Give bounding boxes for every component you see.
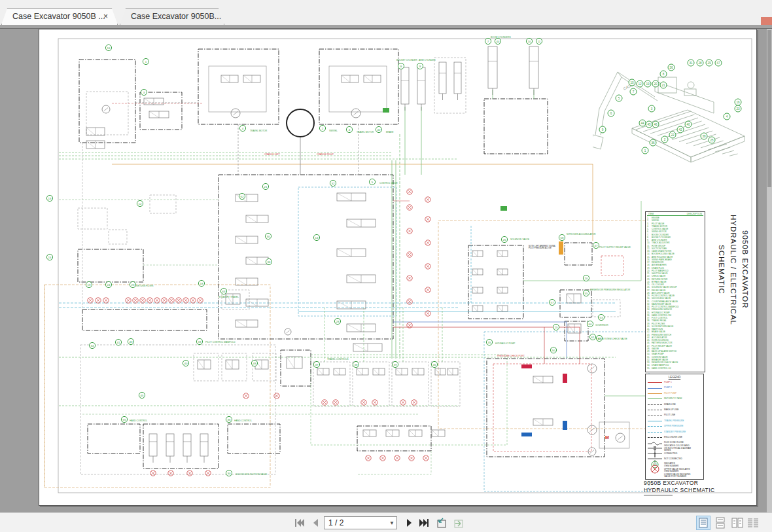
open-in-new-tab-button[interactable] xyxy=(434,516,447,529)
svg-text:25: 25 xyxy=(710,139,714,142)
svg-text:23: 23 xyxy=(132,283,135,287)
svg-text:ORANGE LEFT: ORANGE LEFT xyxy=(264,153,280,156)
scrollbar-thumb[interactable] xyxy=(767,30,771,187)
svg-text:47: 47 xyxy=(716,62,720,65)
vertical-sheet-title: 9050B EXCAVATOR HYDRAULIC / ELECTRICAL S… xyxy=(712,207,751,332)
sheet-title-block: 9050B EXCAVATOR HYDRAULIC SCHEMATIC xyxy=(644,480,715,496)
svg-text:PRESSURE CHECK PORT: PRESSURE CHECK PORT xyxy=(497,355,525,357)
svg-text:63: 63 xyxy=(222,290,226,293)
svg-text:PILOT SUPPLY RELIEF VALVE: PILOT SUPPLY RELIEF VALVE xyxy=(599,246,631,249)
svg-text:TRAVEL MOTOR: TRAVEL MOTOR xyxy=(357,131,374,133)
svg-text:44: 44 xyxy=(497,40,500,43)
svg-text:58: 58 xyxy=(561,236,564,239)
document-canvas[interactable]: 1163131512424428974410115216232143036632… xyxy=(0,29,772,512)
svg-text:45: 45 xyxy=(141,394,144,397)
svg-text:53: 53 xyxy=(600,316,603,319)
svg-text:19: 19 xyxy=(88,283,91,287)
svg-text:61: 61 xyxy=(591,336,595,339)
svg-text:42: 42 xyxy=(377,128,381,132)
last-page-button[interactable] xyxy=(417,516,430,529)
svg-text:49: 49 xyxy=(253,362,256,365)
svg-text:28: 28 xyxy=(698,62,702,65)
view-mode-facing-button[interactable] xyxy=(730,516,745,530)
page-dropdown-arrow[interactable]: ▼ xyxy=(387,520,396,526)
svg-text:M: M xyxy=(605,435,609,440)
excavator-isometric-illustration: CASE 31282947268101219202156734445461362… xyxy=(593,51,750,172)
svg-text:12: 12 xyxy=(638,82,642,86)
legend-entry: TRAVEL PRESSURE xyxy=(648,418,701,423)
svg-text:9: 9 xyxy=(602,128,604,132)
tab-close-icon[interactable]: × xyxy=(103,12,108,21)
legend-entry: UPPER PRESSURE xyxy=(648,424,701,429)
svg-text:10: 10 xyxy=(528,40,531,43)
legend-entry: MAKE-UP LINE xyxy=(648,407,701,412)
svg-text:33: 33 xyxy=(198,340,202,344)
svg-text:30: 30 xyxy=(267,235,270,238)
tab-document-1[interactable]: Case Excavator 9050B ... × xyxy=(1,9,118,25)
pdf-page: 1163131512424428974410115216232143036632… xyxy=(39,29,757,506)
svg-text:14: 14 xyxy=(315,236,319,239)
svg-text:SHOCKLESS SUCTION VALVE: SHOCKLESS SUCTION VALVE xyxy=(236,473,268,476)
svg-text:43: 43 xyxy=(130,340,133,344)
tab-bar: Case Excavator 9050B ... × Case Excavato… xyxy=(0,0,772,25)
svg-text:47: 47 xyxy=(595,244,598,247)
svg-text:35: 35 xyxy=(488,341,491,344)
svg-text:23: 23 xyxy=(736,107,740,111)
send-to-tab-button[interactable] xyxy=(451,516,465,529)
svg-text:NITROGEN ACCUMULATOR: NITROGEN ACCUMULATOR xyxy=(567,233,596,236)
svg-text:HAND CONTROL: HAND CONTROL xyxy=(130,419,147,422)
view-mode-continuous-button[interactable] xyxy=(713,516,728,530)
vertical-scrollbar[interactable] xyxy=(767,29,772,512)
svg-text:44: 44 xyxy=(640,122,644,125)
svg-text:HAND CONTROL: HAND CONTROL xyxy=(234,419,252,422)
svg-text:39: 39 xyxy=(394,363,397,366)
svg-text:8: 8 xyxy=(663,73,665,76)
svg-text:20: 20 xyxy=(585,277,588,280)
svg-text:3: 3 xyxy=(651,107,653,111)
svg-text:26: 26 xyxy=(669,66,673,69)
svg-text:SOLENOID VALVE: SOLENOID VALVE xyxy=(510,238,530,241)
view-mode-book-button[interactable] xyxy=(746,516,760,530)
svg-text:19: 19 xyxy=(646,82,650,86)
parts-col-item: ITEM xyxy=(648,213,654,215)
svg-text:36: 36 xyxy=(228,418,231,421)
next-page-button[interactable] xyxy=(403,516,416,529)
svg-text:1: 1 xyxy=(644,149,646,152)
svg-text:38: 38 xyxy=(355,363,358,366)
page-number-value[interactable]: 1 / 2 xyxy=(325,518,387,527)
navigation-toolbar: 1 / 2 ▼ xyxy=(0,512,772,532)
svg-text:TRAVEL CONTROLS: TRAVEL CONTROLS xyxy=(327,358,349,361)
tab-title: Case Excavator 9050B ... xyxy=(12,12,105,21)
tab-document-2[interactable]: Case Excavator 9050B... xyxy=(120,9,224,25)
svg-text:40: 40 xyxy=(686,123,690,126)
svg-text:32: 32 xyxy=(332,182,335,185)
sheet-title-line1: 9050B EXCAVATOR xyxy=(644,480,715,487)
svg-text:HYDRAULIC PUMP: HYDRAULIC PUMP xyxy=(495,342,516,345)
svg-text:15: 15 xyxy=(48,256,52,259)
svg-text:CONTROL VALVE: CONTROL VALVE xyxy=(379,182,398,185)
svg-text:29: 29 xyxy=(707,62,711,65)
legend-box: LEGEND PUMP 1PUMP 2PILOT PUMPRETURN TO T… xyxy=(645,374,704,480)
svg-text:50: 50 xyxy=(552,349,555,352)
first-page-button[interactable] xyxy=(293,516,306,529)
legend-entry: PUMP 1 xyxy=(648,380,701,385)
svg-text:16: 16 xyxy=(736,101,740,104)
previous-page-button[interactable] xyxy=(309,516,322,529)
page-number-field[interactable]: 1 / 2 ▼ xyxy=(324,516,397,529)
svg-text:6: 6 xyxy=(610,112,612,115)
svg-text:26: 26 xyxy=(503,238,506,241)
svg-text:20: 20 xyxy=(654,82,658,86)
svg-text:34: 34 xyxy=(91,344,94,347)
svg-text:31: 31 xyxy=(689,62,693,65)
svg-text:BUCKET CYLINDER: BUCKET CYLINDER xyxy=(396,59,417,62)
svg-text:ORANGE RIGHT: ORANGE RIGHT xyxy=(317,153,334,156)
svg-text:BRAKE: BRAKE xyxy=(386,131,394,133)
view-mode-single-page-button[interactable] xyxy=(696,516,711,530)
legend-entry: RETURN TO TANK xyxy=(648,397,701,402)
svg-text:GOVERNOR: GOVERNOR xyxy=(595,324,608,327)
tab-title: Case Excavator 9050B... xyxy=(131,12,221,21)
svg-text:62: 62 xyxy=(241,195,244,198)
svg-text:11: 11 xyxy=(538,40,541,43)
svg-text:7: 7 xyxy=(633,90,635,94)
svg-text:4: 4 xyxy=(726,115,728,118)
